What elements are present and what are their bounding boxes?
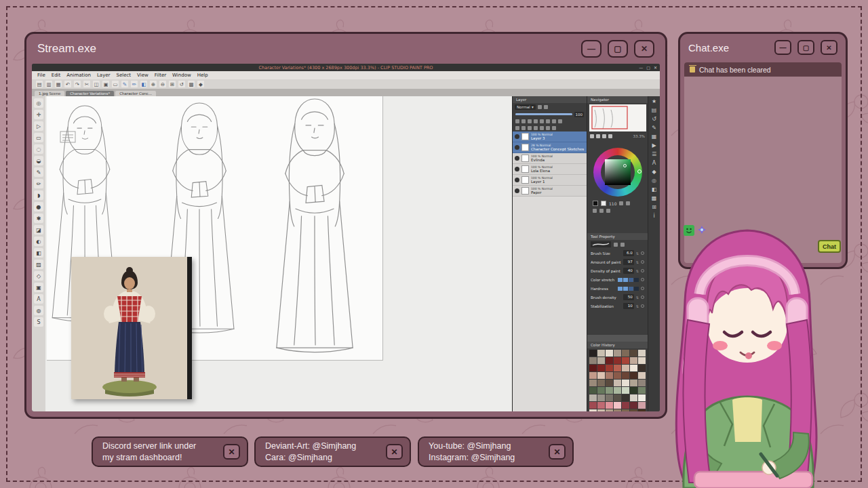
copy-icon[interactable]: ◫ bbox=[93, 81, 100, 87]
fit-screen-icon[interactable]: ⊞ bbox=[169, 81, 176, 87]
color-swatch[interactable] bbox=[589, 387, 597, 394]
navigator-preview[interactable] bbox=[589, 104, 646, 131]
color-mode-icon[interactable] bbox=[626, 201, 630, 205]
tool-property-brush-size[interactable]: Brush Size6.0⇅ bbox=[587, 249, 648, 258]
brush-icon[interactable]: ◧ bbox=[140, 81, 147, 87]
zoom-out-icon[interactable] bbox=[590, 134, 594, 138]
opacity-slider[interactable] bbox=[515, 113, 572, 115]
color-swatch[interactable] bbox=[622, 357, 629, 364]
purple-sparkle-emote-icon[interactable] bbox=[697, 225, 707, 235]
color-swatch[interactable] bbox=[606, 350, 613, 357]
close-button[interactable]: ✕ bbox=[634, 40, 654, 58]
csp-close-icon[interactable]: ✕ bbox=[654, 65, 657, 70]
saturation-value-square[interactable] bbox=[605, 159, 631, 185]
layer-tool-icon[interactable] bbox=[538, 105, 542, 109]
color-swatch[interactable] bbox=[622, 402, 629, 409]
value-box[interactable]: 10 bbox=[623, 303, 634, 309]
color-swatch[interactable] bbox=[614, 380, 621, 386]
pencil-icon[interactable]: ✏ bbox=[131, 81, 138, 87]
menu-animation[interactable]: Animation bbox=[66, 73, 91, 78]
color-swatch[interactable] bbox=[622, 365, 629, 371]
layer-filter-icon[interactable] bbox=[552, 126, 556, 130]
zoom-in-icon[interactable] bbox=[596, 134, 600, 138]
layer-tool-icon[interactable] bbox=[544, 105, 548, 109]
new-layer-icon[interactable] bbox=[515, 119, 519, 123]
color-swatch[interactable] bbox=[606, 380, 613, 386]
quick-access-icon[interactable]: ★ bbox=[652, 99, 656, 104]
color-swatch[interactable] bbox=[614, 394, 621, 401]
color-swatch[interactable] bbox=[622, 350, 629, 357]
color-swatch[interactable] bbox=[589, 357, 597, 364]
close-button[interactable]: ✕ bbox=[821, 40, 837, 55]
color-swatch[interactable] bbox=[606, 357, 613, 364]
menu-window[interactable]: Window bbox=[172, 73, 191, 78]
color-swatch[interactable] bbox=[606, 409, 613, 411]
frame-tool-icon[interactable]: ▣ bbox=[34, 283, 43, 292]
selection-tool-icon[interactable]: ▭ bbox=[34, 133, 43, 142]
blend-mode-select[interactable]: Normal ▾ bbox=[515, 104, 536, 110]
lasso-tool-icon[interactable]: ◌ bbox=[34, 144, 43, 154]
auto-action-icon[interactable]: ▶ bbox=[652, 143, 656, 148]
color-mixer-icon[interactable] bbox=[606, 209, 610, 213]
close-icon[interactable]: ✕ bbox=[549, 444, 566, 460]
deselect-icon[interactable]: ▭ bbox=[112, 81, 119, 87]
fit-to-screen-icon[interactable] bbox=[602, 134, 606, 138]
spinner-icon[interactable]: ⇅ bbox=[636, 304, 639, 308]
brush-tool-icon[interactable]: ◗ bbox=[34, 190, 43, 200]
pen-icon[interactable]: ✎ bbox=[121, 81, 128, 87]
color-mode-icon[interactable] bbox=[619, 201, 623, 205]
tone-icon[interactable]: ▩ bbox=[652, 196, 657, 201]
brush-settings-icon[interactable]: ✎ bbox=[652, 125, 656, 131]
color-swatch[interactable] bbox=[630, 380, 637, 386]
layer-row-lola-elena[interactable]: 100 % NormalLola Elena bbox=[513, 164, 587, 175]
tool-property-tab[interactable]: Tool Property bbox=[587, 233, 648, 240]
layer-row-paper[interactable]: 100 % NormalPaper bbox=[513, 186, 587, 197]
correction-tool-icon[interactable]: S bbox=[34, 317, 43, 327]
color-swatch[interactable] bbox=[606, 387, 613, 394]
color-swatch[interactable] bbox=[597, 380, 605, 386]
color-swatch[interactable] bbox=[597, 409, 605, 411]
guide-icon[interactable]: ⊞ bbox=[652, 205, 656, 210]
color-swatch[interactable] bbox=[622, 409, 629, 411]
color-swatch[interactable] bbox=[630, 387, 637, 394]
clip-layer-icon[interactable] bbox=[546, 119, 550, 123]
eye-visibility-icon[interactable] bbox=[515, 145, 519, 150]
mask-layer-icon[interactable] bbox=[540, 119, 544, 123]
color-swatch[interactable] bbox=[630, 357, 637, 364]
eye-visibility-icon[interactable] bbox=[515, 167, 519, 171]
text-tool-icon[interactable]: A bbox=[34, 294, 43, 304]
zoom-out-icon[interactable]: ⊖ bbox=[159, 81, 166, 87]
green-smiley-emote-icon[interactable] bbox=[684, 225, 694, 236]
csp-titlebar[interactable]: Character Variations* (4300 x 2689px 300… bbox=[32, 64, 660, 71]
color-swatch[interactable] bbox=[614, 372, 621, 379]
chat-titlebar[interactable]: Chat.exe — ▢ ✕ bbox=[680, 34, 846, 61]
menu-file[interactable]: File bbox=[37, 73, 45, 78]
color-swatch[interactable] bbox=[622, 387, 629, 394]
color-swatch[interactable] bbox=[597, 365, 605, 371]
sub-color-swatch[interactable] bbox=[601, 201, 606, 206]
color-swatch[interactable] bbox=[622, 372, 629, 379]
close-icon[interactable]: ✕ bbox=[386, 444, 403, 460]
color-swatch[interactable] bbox=[630, 409, 637, 411]
color-swatch[interactable] bbox=[606, 394, 613, 401]
settings-icon[interactable]: ◆ bbox=[197, 81, 204, 87]
layer-color-icon[interactable] bbox=[558, 119, 562, 123]
color-swatch[interactable] bbox=[597, 394, 605, 401]
layer-filter-icon[interactable] bbox=[515, 126, 519, 130]
layer-row-evlinda[interactable]: 100 % NormalEvlinda bbox=[513, 153, 587, 164]
layer-property-icon[interactable]: ◧ bbox=[652, 187, 657, 192]
tool-property-color-stretch[interactable]: Color stretch bbox=[587, 275, 648, 284]
color-swatch[interactable] bbox=[614, 365, 621, 371]
redo-icon[interactable]: ↷ bbox=[74, 81, 81, 87]
layer-row-character-concept-sketches-2[interactable]: 28 % NormalCharacter Concept Sketches 2 bbox=[513, 142, 587, 153]
eyedropper-tool-icon[interactable]: ◒ bbox=[34, 156, 43, 165]
document-tab-character-conc[interactable]: Character Conc... bbox=[115, 91, 156, 96]
layer-filter-icon[interactable] bbox=[546, 126, 550, 130]
color-swatch[interactable] bbox=[630, 402, 637, 409]
layer-filter-icon[interactable] bbox=[528, 126, 532, 130]
zoom-tool-icon[interactable]: ◎ bbox=[34, 98, 43, 108]
document-tab-1-jpg-scene[interactable]: 1.jpg Scene bbox=[35, 91, 64, 96]
text-icon[interactable]: A bbox=[652, 161, 656, 166]
reference-image[interactable] bbox=[71, 257, 192, 399]
color-set-icon[interactable] bbox=[599, 209, 604, 213]
